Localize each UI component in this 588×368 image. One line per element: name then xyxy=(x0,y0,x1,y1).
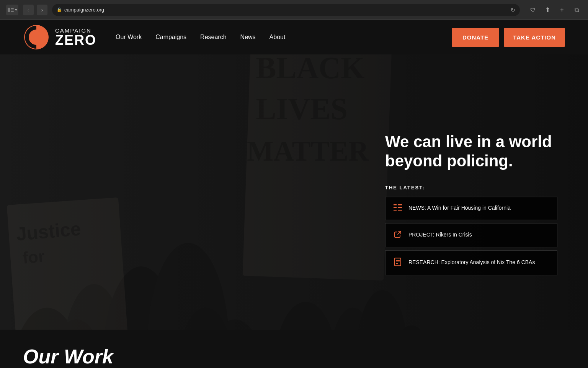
nav-our-work[interactable]: Our Work xyxy=(116,34,142,41)
news-card-1-text: NEWS: A Win for Fair Housing in Californ… xyxy=(408,205,511,212)
browser-right-controls: 🛡 ⬆ + ⧉ xyxy=(528,5,582,15)
hero-content: We can live in a world beyond policing. … xyxy=(385,132,557,275)
back-button[interactable]: ‹ xyxy=(23,5,34,15)
nav-news[interactable]: News xyxy=(240,34,256,41)
site-header: CAMPAIGN ZERO Our Work Campaigns Researc… xyxy=(0,20,588,54)
news-card-2[interactable]: PROJECT: Rikers In Crisis xyxy=(385,223,557,247)
take-action-button[interactable]: TAKE ACTION xyxy=(504,28,565,47)
header-left: CAMPAIGN ZERO Our Work Campaigns Researc… xyxy=(23,24,285,51)
page-content: BLACK LIVES MATTER Justice for xyxy=(0,20,588,368)
svg-rect-29 xyxy=(38,30,40,32)
nav-campaigns[interactable]: Campaigns xyxy=(155,34,186,41)
svg-rect-2 xyxy=(11,10,14,10)
svg-rect-27 xyxy=(38,27,40,29)
address-bar[interactable]: 🔒 campaignzero.org ↻ xyxy=(52,4,520,16)
donate-button[interactable]: DONATE xyxy=(452,28,499,47)
latest-news-cards: NEWS: A Win for Fair Housing in Californ… xyxy=(385,197,557,275)
svg-line-39 xyxy=(398,231,401,234)
new-tab-button[interactable]: + xyxy=(557,5,567,15)
logo-icon xyxy=(23,24,50,51)
news-card-3-text: RESEARCH: Exploratory Analysis of Nix Th… xyxy=(408,259,535,267)
external-link-icon xyxy=(393,230,402,240)
list-icon xyxy=(393,204,402,213)
svg-rect-1 xyxy=(11,8,14,9)
news-card-3[interactable]: RESEARCH: Exploratory Analysis of Nix Th… xyxy=(385,250,557,275)
shield-icon: 🛡 xyxy=(528,5,538,15)
our-work-title: Our Work xyxy=(23,345,113,368)
document-icon xyxy=(393,258,402,268)
svg-rect-28 xyxy=(40,27,42,29)
logo-name-bottom: ZERO xyxy=(55,33,96,47)
header-right: DONATE TAKE ACTION xyxy=(452,28,565,47)
svg-rect-3 xyxy=(11,11,14,12)
hero-section: BLACK LIVES MATTER Justice for xyxy=(0,20,588,330)
main-nav: Our Work Campaigns Research News About xyxy=(116,34,285,41)
forward-button[interactable]: › xyxy=(37,5,47,15)
logo[interactable]: CAMPAIGN ZERO xyxy=(23,24,96,51)
our-work-peek: Our Work xyxy=(0,330,588,368)
hero-tagline: We can live in a world beyond policing. xyxy=(385,132,557,171)
svg-rect-0 xyxy=(8,8,10,12)
lock-icon: 🔒 xyxy=(57,7,62,12)
sidebar-toggle[interactable]: ▾ xyxy=(6,5,18,15)
logo-text: CAMPAIGN ZERO xyxy=(55,28,96,47)
url-text: campaignzero.org xyxy=(64,7,104,13)
share-button[interactable]: ⬆ xyxy=(542,5,553,15)
browser-back-forward: ‹ › xyxy=(23,5,47,15)
svg-rect-32 xyxy=(38,32,39,34)
nav-research[interactable]: Research xyxy=(200,34,226,41)
svg-rect-30 xyxy=(42,28,44,31)
tabs-overview-button[interactable]: ⧉ xyxy=(571,5,582,15)
svg-rect-31 xyxy=(40,31,42,33)
news-card-2-text: PROJECT: Rikers In Crisis xyxy=(408,232,472,239)
browser-chrome: ▾ ‹ › 🔒 campaignzero.org ↻ 🛡 ⬆ + ⧉ xyxy=(0,0,588,20)
latest-label: THE LATEST: xyxy=(385,185,557,191)
nav-about[interactable]: About xyxy=(270,34,286,41)
refresh-button[interactable]: ↻ xyxy=(511,7,515,13)
news-card-1[interactable]: NEWS: A Win for Fair Housing in Californ… xyxy=(385,197,557,220)
